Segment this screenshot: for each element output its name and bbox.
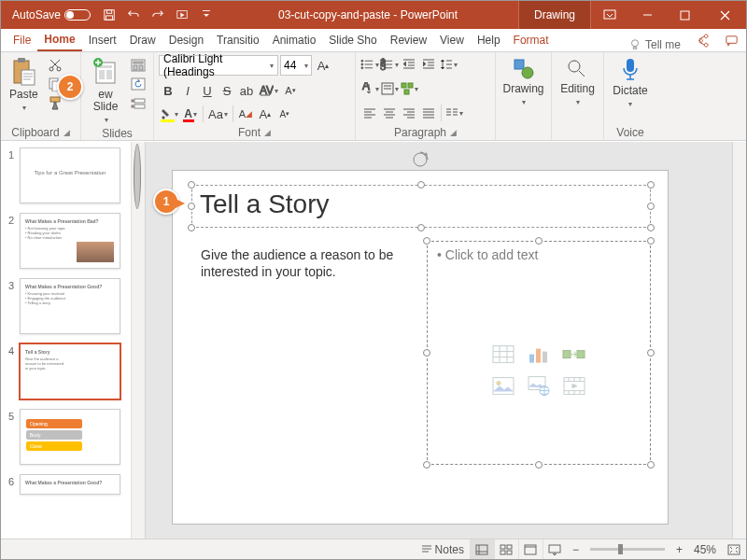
zoom-out-button[interactable]: − [567,539,585,559]
align-left-icon[interactable] [360,104,379,122]
font-color-button[interactable]: A▾ [181,105,200,123]
zoom-slider[interactable] [590,548,665,551]
numbering-button[interactable]: 123▾ [380,55,399,74]
new-slide-button[interactable]: ewSlide ▾ [86,55,125,127]
content-placeholder[interactable]: • Click to add text [427,241,651,465]
resize-handle[interactable] [423,237,430,245]
fit-to-window-icon[interactable] [722,539,746,559]
strikethrough-button[interactable]: S [218,81,236,100]
section-icon[interactable] [130,94,147,111]
thumbnail-5[interactable]: 5OpeningBodyClose [5,409,145,465]
resize-handle[interactable] [647,203,655,210]
reset-icon[interactable] [130,76,147,92]
underline-button[interactable]: U [198,81,217,100]
cut-icon[interactable] [47,57,63,74]
comments-button[interactable] [716,29,746,51]
redo-icon[interactable] [147,4,169,26]
shrink-font-alt-icon[interactable]: A▾ [275,105,294,123]
resize-handle[interactable] [188,181,195,189]
qat-dropdown-icon[interactable] [195,4,218,26]
sorter-view-icon[interactable] [494,539,518,559]
resize-handle[interactable] [647,461,655,469]
close-button[interactable] [703,1,746,29]
save-icon[interactable] [98,4,120,26]
resize-handle[interactable] [647,224,655,231]
slideshow-view-icon[interactable] [543,539,567,559]
tab-review[interactable]: Review [384,29,433,51]
resize-handle[interactable] [423,461,430,469]
tab-transitions[interactable]: Transitio [210,29,266,51]
insert-picture-icon[interactable] [488,373,518,399]
resize-handle[interactable] [188,224,195,231]
tell-me-search[interactable]: Tell me [623,38,686,51]
resize-handle[interactable] [423,349,430,357]
tab-slideshow[interactable]: Slide Sho [322,29,383,51]
body-textbox[interactable]: Give the audience a reason to be interes… [191,241,416,465]
insert-video-icon[interactable] [559,373,589,399]
bullets-button[interactable]: ▾ [360,55,379,74]
undo-icon[interactable] [122,4,145,26]
editor-scrollbar[interactable] [732,142,746,539]
insert-online-picture-icon[interactable] [524,373,554,399]
insert-table-icon[interactable] [488,342,518,368]
resize-handle[interactable] [647,237,655,245]
tab-animations[interactable]: Animatio [266,29,323,51]
indent-increase-icon[interactable] [419,55,438,74]
slide-canvas[interactable]: Tell a Story Give the audience a reason … [172,170,669,525]
share-button[interactable] [686,29,716,51]
placeholder-text[interactable]: • Click to add text [428,242,650,268]
resize-handle[interactable] [535,461,543,469]
launcher-icon[interactable]: ◢ [450,128,457,137]
tab-draw[interactable]: Draw [123,29,162,51]
spacing-button[interactable]: AV▾ [257,81,280,100]
layout-icon[interactable] [130,57,147,74]
tab-insert[interactable]: Insert [82,29,123,51]
indent-decrease-icon[interactable] [400,55,418,74]
drawing-button[interactable]: Drawing▾ [500,55,546,109]
align-center-icon[interactable] [380,104,399,122]
paste-button[interactable]: Paste▾ [6,55,42,115]
zoom-in-button[interactable]: + [670,539,688,559]
shrink-font-icon[interactable]: A▾ [281,81,300,100]
resize-handle[interactable] [535,237,543,245]
insert-smartart-icon[interactable] [559,342,589,368]
tab-home[interactable]: Home [37,29,81,51]
launcher-icon[interactable]: ◢ [63,128,70,137]
launcher-icon[interactable]: ◢ [264,128,271,137]
change-case-button[interactable]: Aa▾ [206,105,230,123]
start-from-beginning-icon[interactable] [171,4,193,26]
justify-icon[interactable] [419,104,438,122]
editing-button[interactable]: Editing▾ [557,55,599,109]
clear-formatting-icon[interactable]: A◢ [236,105,255,123]
notes-button[interactable]: Notes [416,539,470,559]
reading-view-icon[interactable] [518,539,543,559]
text-direction-icon[interactable]: A▾ [360,79,379,98]
thumbnail-3[interactable]: 3What Makes a Presentation Good?• Knowin… [5,278,145,334]
italic-button[interactable]: I [178,81,197,100]
ribbon-options-icon[interactable] [591,1,628,29]
slide-body-text[interactable]: Give the audience a reason to be interes… [191,241,416,286]
maximize-button[interactable] [666,1,703,29]
align-right-icon[interactable] [400,104,418,122]
tab-format[interactable]: Format [507,29,556,51]
font-size-select[interactable]: 44▾ [280,55,312,76]
dictate-button[interactable]: Dictate▾ [609,55,651,111]
bold-button[interactable]: B [159,81,177,100]
rotate-handle-icon[interactable] [411,150,430,169]
resize-handle[interactable] [417,181,425,189]
tab-file[interactable]: File [7,29,37,51]
tab-design[interactable]: Design [162,29,210,51]
zoom-level[interactable]: 45% [688,539,722,559]
resize-handle[interactable] [417,224,425,231]
smartart-icon[interactable]: ▾ [400,79,418,98]
resize-handle[interactable] [188,203,195,210]
font-name-select[interactable]: Calibri Light (Headings▾ [159,55,278,76]
minimize-button[interactable] [628,1,666,29]
align-text-icon[interactable]: ▾ [380,79,399,98]
highlight-button[interactable]: ▾ [159,105,180,123]
insert-chart-icon[interactable] [524,342,554,368]
shadow-button[interactable]: ab [237,81,256,100]
title-textbox[interactable]: Tell a Story [191,185,651,228]
thumbnail-1[interactable]: 1Tips for a Great Presentation [5,147,145,203]
resize-handle[interactable] [647,181,655,189]
